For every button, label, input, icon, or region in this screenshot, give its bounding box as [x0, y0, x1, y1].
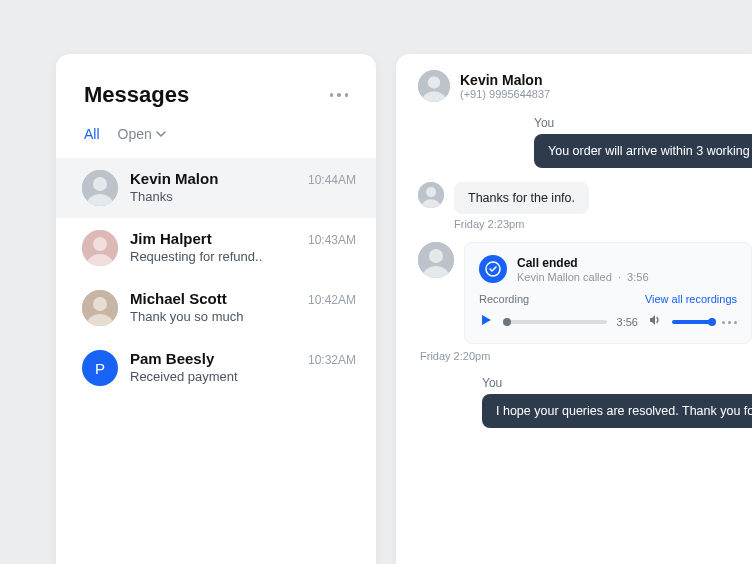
- play-time: 3:56: [617, 316, 638, 328]
- conversation-name: Jim Halpert: [130, 230, 212, 247]
- sender-label: You: [534, 116, 752, 130]
- chevron-down-icon: [156, 126, 166, 142]
- avatar-initial: P: [95, 360, 105, 377]
- avatar: P: [82, 350, 118, 386]
- svg-point-4: [93, 237, 107, 251]
- conversation-row[interactable]: Michael Scott 10:42AM Thank you so much: [56, 278, 376, 338]
- call-card: Call ended Kevin Mallon called · 3:56 Re…: [464, 242, 752, 344]
- chat-contact-name: Kevin Malon: [460, 72, 550, 88]
- play-icon[interactable]: [479, 313, 493, 331]
- avatar: [82, 290, 118, 326]
- conversation-name: Kevin Malon: [130, 170, 218, 187]
- conversation-time: 10:43AM: [308, 233, 356, 247]
- svg-point-16: [429, 249, 443, 263]
- view-all-recordings-link[interactable]: View all recordings: [645, 293, 737, 305]
- conversation-preview: Thank you so much: [130, 309, 356, 324]
- call-ended-icon: [479, 255, 507, 283]
- outgoing-message: I hope your queries are resolved. Thank …: [482, 394, 752, 428]
- message-timestamp: Friday 2:20pm: [420, 350, 752, 362]
- avatar: [418, 182, 444, 208]
- call-title: Call ended: [517, 256, 649, 270]
- avatar: [418, 242, 454, 278]
- conversation-preview: Thanks: [130, 189, 356, 204]
- conversation-time: 10:32AM: [308, 353, 356, 367]
- chat-header: Kevin Malon (+91) 9995644837: [418, 70, 752, 116]
- audio-player: 3:56: [479, 313, 737, 331]
- volume-slider[interactable]: [672, 320, 712, 324]
- seek-slider[interactable]: [503, 320, 607, 324]
- volume-icon[interactable]: [648, 313, 662, 331]
- conversation-row[interactable]: Jim Halpert 10:43AM Requesting for refun…: [56, 218, 376, 278]
- conversation-name: Michael Scott: [130, 290, 227, 307]
- conversation-preview: Requesting for refund..: [130, 249, 356, 264]
- message-timestamp: Friday 2:23pm: [454, 218, 752, 230]
- outgoing-message: You order will arrive within 3 working d…: [534, 134, 752, 168]
- conversation-list: Kevin Malon 10:44AM Thanks Jim Halpert 1…: [56, 158, 376, 398]
- svg-point-1: [93, 177, 107, 191]
- avatar: [82, 230, 118, 266]
- incoming-message: Thanks for the info.: [454, 182, 589, 214]
- conversation-time: 10:44AM: [308, 173, 356, 187]
- filter-tab-all[interactable]: All: [84, 126, 100, 142]
- conversation-row[interactable]: P Pam Beesly 10:32AM Received payment: [56, 338, 376, 398]
- messages-sidebar: Messages All Open Kevin Malon 10:44A: [56, 54, 376, 564]
- sidebar-title: Messages: [84, 82, 189, 108]
- player-more-icon[interactable]: [722, 321, 737, 324]
- avatar: [418, 70, 450, 102]
- chat-contact-phone: (+91) 9995644837: [460, 88, 550, 100]
- avatar: [82, 170, 118, 206]
- call-subtitle: Kevin Mallon called · 3:56: [517, 271, 649, 283]
- recording-label: Recording: [479, 293, 529, 305]
- sender-label: You: [482, 376, 752, 390]
- svg-point-13: [426, 187, 436, 197]
- conversation-name: Pam Beesly: [130, 350, 214, 367]
- filter-tab-open[interactable]: Open: [118, 126, 166, 142]
- conversation-row[interactable]: Kevin Malon 10:44AM Thanks: [56, 158, 376, 218]
- svg-point-7: [93, 297, 107, 311]
- chat-panel: Kevin Malon (+91) 9995644837 You You ord…: [396, 54, 752, 564]
- conversation-preview: Received payment: [130, 369, 356, 384]
- filter-open-label: Open: [118, 126, 152, 142]
- more-icon[interactable]: [330, 93, 349, 97]
- svg-point-10: [428, 76, 440, 88]
- conversation-time: 10:42AM: [308, 293, 356, 307]
